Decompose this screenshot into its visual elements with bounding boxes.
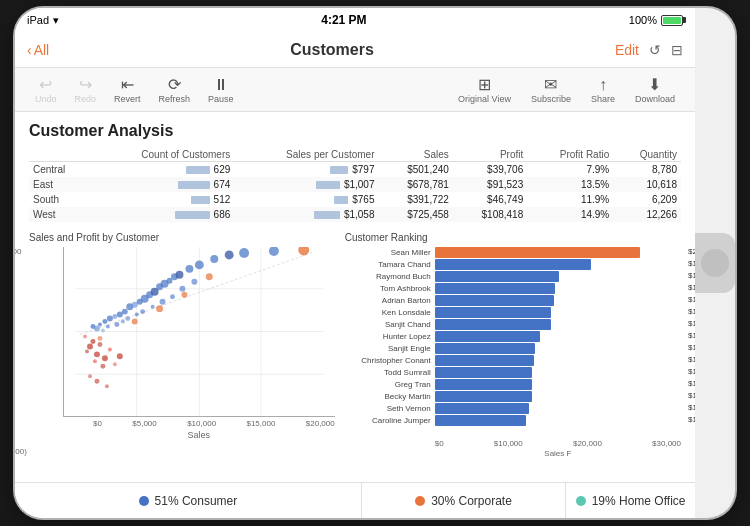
list-item: Sanjit Engle $12,209 (345, 343, 681, 354)
cell-profit: $46,749 (453, 192, 527, 207)
download-icon: ⬇ (648, 75, 661, 94)
bar-track: $11,790 (435, 391, 681, 402)
bar-fill (435, 271, 559, 282)
home-button-inner (701, 249, 729, 277)
cell-count: 674 (89, 177, 234, 192)
list-item: Greg Tran $11,820 (345, 379, 681, 390)
bar-label: Ken Lonsdale (345, 308, 435, 317)
segment-homeoffice[interactable]: 19% Home Office (566, 483, 695, 518)
original-view-button[interactable]: ⊞ Original View (450, 73, 519, 106)
bar-fill (435, 259, 591, 270)
svg-point-8 (85, 349, 89, 353)
cell-region: East (29, 177, 89, 192)
battery-label: 100% (629, 14, 657, 26)
bar-value: $11,790 (688, 391, 695, 400)
bar-value: $11,820 (688, 379, 695, 388)
undo-label: Undo (35, 94, 57, 104)
svg-point-23 (94, 326, 100, 332)
bar-value: $19,052 (688, 259, 695, 268)
bar-fill (435, 319, 551, 330)
layout-button[interactable]: ⊟ (671, 42, 683, 58)
table-row: East 674 $1,007 $678,781 $91,523 13.5% 1… (29, 177, 681, 192)
svg-point-13 (108, 347, 112, 351)
nav-bar: ‹ All Customers Edit ↺ ⊟ (15, 32, 695, 68)
bar-fill (435, 343, 535, 354)
share-label: Share (591, 94, 615, 104)
svg-point-59 (132, 319, 138, 325)
cell-qty: 10,618 (613, 177, 681, 192)
bar-track: $12,873 (435, 331, 681, 342)
list-item: Adrian Barton $14,474 (345, 295, 681, 306)
svg-point-18 (88, 374, 92, 378)
bar-track: $14,175 (435, 307, 681, 318)
col-qty: Quantity (613, 148, 681, 162)
cell-ratio: 11.9% (527, 192, 613, 207)
status-time: 4:21 PM (321, 13, 366, 27)
refresh-nav-button[interactable]: ↺ (649, 42, 661, 58)
toolbar: ↩ Undo ↪ Redo ⇤ Revert ⟳ Refresh ⏸ Pau (15, 68, 695, 112)
cell-sales: $391,722 (378, 192, 452, 207)
cell-region: Central (29, 162, 89, 178)
bar-fill (435, 379, 532, 390)
cell-qty: 6,209 (613, 192, 681, 207)
back-button[interactable]: ‹ All (27, 42, 49, 58)
ipad-screen: iPad ▾ 4:21 PM 100% ‹ All Customers Edi (15, 8, 695, 518)
list-item: Sean Miller $25,043 (345, 247, 681, 258)
consumer-dot (139, 496, 149, 506)
corporate-dot (415, 496, 425, 506)
svg-point-20 (105, 384, 109, 388)
col-count: Count of Customers (89, 148, 234, 162)
y-axis: $5,000 $0 ($5,000) (15, 247, 27, 456)
revert-button[interactable]: ⇤ Revert (106, 73, 149, 106)
segment-consumer[interactable]: 51% Consumer (15, 483, 362, 518)
bar-track: $11,820 (435, 379, 681, 390)
svg-point-40 (185, 265, 193, 273)
share-button[interactable]: ↑ Share (583, 74, 623, 106)
charts-row: Sales and Profit by Customer $5,000 $0 (… (29, 232, 681, 458)
table-row: Central 629 $797 $501,240 $39,706 7.9% 8… (29, 162, 681, 178)
svg-point-55 (160, 299, 166, 305)
svg-point-42 (210, 255, 218, 263)
list-item: Ken Lonsdale $14,175 (345, 307, 681, 318)
bar-chart: Sean Miller $25,043 Tamara Chand $19,052… (345, 247, 681, 437)
corporate-pct: 30% Corporate (431, 494, 512, 508)
bar-label: Seth Vernon (345, 404, 435, 413)
bar-value: $14,596 (688, 283, 695, 292)
nav-left: ‹ All (27, 42, 49, 58)
cell-qty: 8,780 (613, 162, 681, 178)
svg-point-11 (93, 359, 97, 363)
refresh-button[interactable]: ⟳ Refresh (151, 73, 199, 106)
subscribe-button[interactable]: ✉ Subscribe (523, 73, 579, 106)
pause-button[interactable]: ⏸ Pause (200, 74, 242, 106)
home-button[interactable] (695, 233, 735, 293)
pause-label: Pause (208, 94, 234, 104)
main-content: Customer Analysis Count of Customers Sal… (15, 112, 695, 482)
cell-region: West (29, 207, 89, 222)
edit-button[interactable]: Edit (615, 42, 639, 58)
cell-region: South (29, 192, 89, 207)
list-item: Todd Sumrall $11,892 (345, 367, 681, 378)
table-row: West 686 $1,058 $725,458 $108,418 14.9% … (29, 207, 681, 222)
svg-point-45 (269, 247, 279, 256)
status-bar: iPad ▾ 4:21 PM 100% (15, 8, 695, 32)
cell-profit: $108,418 (453, 207, 527, 222)
bar-track: $14,474 (435, 295, 681, 306)
ipad-frame: iPad ▾ 4:21 PM 100% ‹ All Customers Edi (15, 8, 735, 518)
redo-button[interactable]: ↪ Redo (67, 73, 105, 106)
cell-sales: $678,781 (378, 177, 452, 192)
bar-track: $12,129 (435, 355, 681, 366)
back-label: All (34, 42, 50, 58)
bar-value: $11,165 (688, 415, 695, 424)
list-item: Hunter Lopez $12,873 (345, 331, 681, 342)
scatter-section: Sales and Profit by Customer $5,000 $0 (… (29, 232, 335, 458)
svg-point-53 (140, 309, 145, 314)
cell-ratio: 7.9% (527, 162, 613, 178)
toolbar-left: ↩ Undo ↪ Redo ⇤ Revert ⟳ Refresh ⏸ Pau (27, 73, 242, 106)
segment-corporate[interactable]: 30% Corporate (362, 483, 566, 518)
download-button[interactable]: ⬇ Download (627, 73, 683, 106)
undo-button[interactable]: ↩ Undo (27, 73, 65, 106)
list-item: Tamara Chand $19,052 (345, 259, 681, 270)
svg-point-15 (100, 364, 105, 369)
list-item: Seth Vernon $11,471 (345, 403, 681, 414)
bar-fill (435, 331, 541, 342)
